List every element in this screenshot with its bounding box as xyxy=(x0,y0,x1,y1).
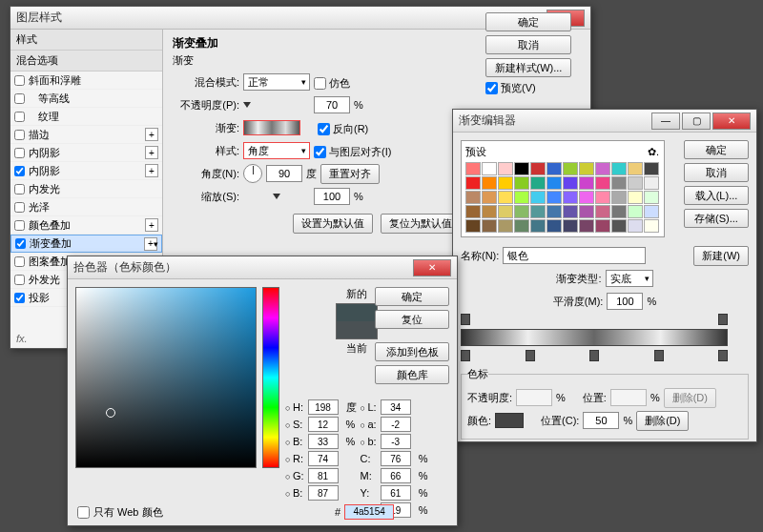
color-stop[interactable] xyxy=(654,350,664,361)
preset-swatch[interactable] xyxy=(546,219,562,233)
c-input[interactable] xyxy=(381,451,411,466)
scale-input[interactable]: 100 xyxy=(314,188,350,205)
preset-swatch[interactable] xyxy=(563,162,578,175)
preset-swatch[interactable] xyxy=(465,191,481,204)
type-select[interactable]: 实底 xyxy=(606,270,653,287)
color-stop[interactable] xyxy=(526,350,535,361)
style-checkbox[interactable] xyxy=(14,256,25,267)
s-input[interactable] xyxy=(308,417,339,432)
m-input[interactable] xyxy=(381,468,411,483)
style-row-3[interactable]: 描边+ xyxy=(10,126,162,144)
preset-swatch[interactable] xyxy=(482,205,497,218)
style-row-0[interactable]: 斜面和浮雕 xyxy=(10,72,162,90)
preset-swatch[interactable] xyxy=(514,176,529,190)
preset-swatch[interactable] xyxy=(498,205,513,218)
close-icon[interactable]: ✕ xyxy=(712,113,751,130)
preset-swatch[interactable] xyxy=(465,176,481,190)
preset-swatch[interactable] xyxy=(546,176,562,190)
l-input[interactable] xyxy=(381,399,411,415)
preset-swatch[interactable] xyxy=(514,162,529,175)
gradient-slider[interactable] xyxy=(461,329,728,346)
style-checkbox[interactable] xyxy=(14,93,25,104)
styles-header[interactable]: 样式 xyxy=(10,30,162,51)
bl-label[interactable]: B: xyxy=(285,487,304,499)
preview-checkbox[interactable] xyxy=(485,82,498,94)
r-label[interactable]: R: xyxy=(285,453,304,464)
preset-swatch[interactable] xyxy=(595,191,610,204)
ok-button[interactable]: 确定 xyxy=(485,12,571,31)
blend-header[interactable]: 混合选项 xyxy=(10,51,162,72)
preset-swatch[interactable] xyxy=(563,176,578,190)
a-input[interactable] xyxy=(381,417,411,432)
style-checkbox[interactable] xyxy=(14,202,25,213)
style-checkbox[interactable] xyxy=(14,220,25,231)
preset-swatch[interactable] xyxy=(546,162,562,175)
preset-swatch[interactable] xyxy=(644,219,659,233)
plus-icon[interactable]: + xyxy=(145,164,158,177)
angle-input[interactable]: 90 xyxy=(266,165,302,182)
style-checkbox[interactable] xyxy=(14,184,25,194)
preset-swatch[interactable] xyxy=(611,219,627,233)
blend-mode-select[interactable]: 正常 xyxy=(243,73,310,91)
smooth-input[interactable]: 100 xyxy=(607,293,643,310)
preset-swatch[interactable] xyxy=(465,205,481,218)
preset-swatch[interactable] xyxy=(595,205,610,218)
opacity-stop[interactable] xyxy=(718,314,728,325)
style-checkbox[interactable] xyxy=(15,238,26,249)
save-button[interactable]: 存储(S)... xyxy=(684,209,749,228)
h-label[interactable]: H: xyxy=(285,401,304,413)
preset-swatch[interactable] xyxy=(644,176,659,190)
preset-swatch[interactable] xyxy=(628,176,643,190)
preset-swatch[interactable] xyxy=(579,219,594,233)
preset-swatch[interactable] xyxy=(644,191,659,204)
color-swatch[interactable] xyxy=(495,413,524,428)
preset-swatch[interactable] xyxy=(498,176,513,190)
saturation-box[interactable] xyxy=(75,287,257,468)
preset-swatch[interactable] xyxy=(530,162,546,175)
s-label[interactable]: S: xyxy=(285,419,304,430)
preset-swatch[interactable] xyxy=(514,191,529,204)
preset-swatch[interactable] xyxy=(628,162,643,175)
preset-swatch[interactable] xyxy=(465,162,481,175)
style-row-5[interactable]: 内阴影+ xyxy=(10,162,162,180)
delete-stop-button[interactable]: 删除(D) xyxy=(664,388,716,408)
preset-swatch[interactable] xyxy=(579,191,594,204)
r-input[interactable] xyxy=(308,451,339,466)
reset-default-button[interactable]: 复位为默认值 xyxy=(381,214,461,234)
preset-swatch[interactable] xyxy=(546,191,562,204)
minimize-icon[interactable]: — xyxy=(651,113,680,130)
opacity-stop[interactable] xyxy=(461,314,470,325)
gradient-preview[interactable] xyxy=(243,120,300,135)
delete-stop-button[interactable]: 删除(D) xyxy=(636,411,689,431)
add-swatch-button[interactable]: 添加到色板 xyxy=(375,342,449,361)
plus-icon[interactable]: + xyxy=(144,237,157,251)
stop-position-input[interactable] xyxy=(610,389,647,406)
preset-swatch[interactable] xyxy=(595,162,610,175)
color-stop[interactable] xyxy=(461,350,470,361)
color-stop[interactable] xyxy=(718,350,728,361)
bl-input[interactable] xyxy=(308,485,339,501)
style-row-2[interactable]: 纹理 xyxy=(10,108,162,126)
stop-opacity-input[interactable] xyxy=(516,389,552,406)
style-row-6[interactable]: 内发光 xyxy=(10,180,162,198)
style-checkbox[interactable] xyxy=(14,130,25,140)
preset-swatch[interactable] xyxy=(514,205,529,218)
preset-swatch[interactable] xyxy=(611,176,627,190)
style-checkbox[interactable] xyxy=(14,166,25,176)
preset-swatch[interactable] xyxy=(498,219,513,233)
plus-icon[interactable]: + xyxy=(145,218,158,232)
preset-swatch[interactable] xyxy=(611,191,627,204)
lab-b-input[interactable] xyxy=(381,434,411,449)
preset-swatch[interactable] xyxy=(546,205,562,218)
stop-position-c-input[interactable]: 50 xyxy=(583,412,619,429)
preset-swatch[interactable] xyxy=(628,205,643,218)
color-lib-button[interactable]: 颜色库 xyxy=(375,365,449,384)
gear-icon[interactable]: ✿. xyxy=(647,146,660,159)
preset-swatch[interactable] xyxy=(563,191,578,204)
preset-swatch[interactable] xyxy=(482,191,497,204)
plus-icon[interactable]: + xyxy=(145,146,158,159)
lab-b-label[interactable]: b: xyxy=(361,436,377,447)
b-input[interactable] xyxy=(308,434,339,449)
preset-swatch[interactable] xyxy=(628,191,643,204)
reset-button[interactable]: 复位 xyxy=(375,310,449,329)
